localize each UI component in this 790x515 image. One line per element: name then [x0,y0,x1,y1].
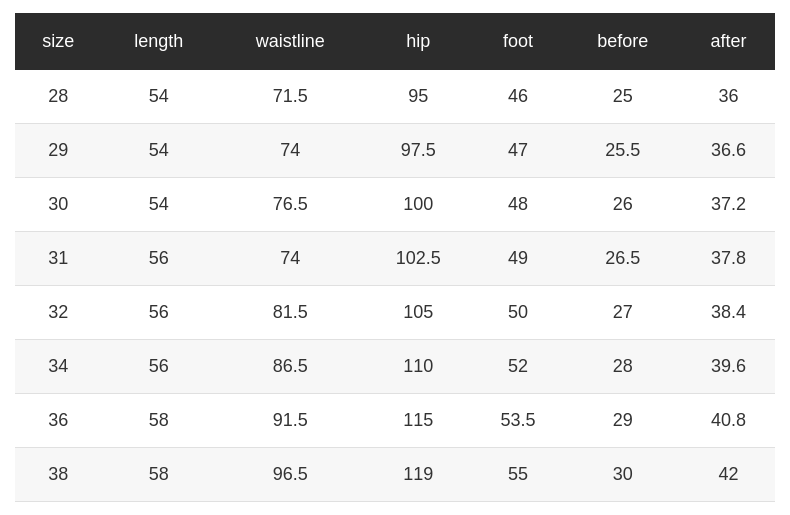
cell-r0-c3: 95 [364,70,472,124]
cell-r7-c3: 119 [364,448,472,502]
cell-r0-c6: 36 [682,70,775,124]
table-row: 285471.595462536 [15,70,775,124]
cell-r2-c2: 76.5 [216,178,364,232]
cell-r6-c0: 36 [15,394,101,448]
cell-r4-c5: 27 [564,286,682,340]
cell-r2-c5: 26 [564,178,682,232]
cell-r4-c0: 32 [15,286,101,340]
table-row: 385896.5119553042 [15,448,775,502]
cell-r4-c3: 105 [364,286,472,340]
cell-r3-c3: 102.5 [364,232,472,286]
cell-r0-c5: 25 [564,70,682,124]
header-before: before [564,13,682,70]
cell-r5-c5: 28 [564,340,682,394]
cell-r7-c4: 55 [472,448,563,502]
cell-r1-c6: 36.6 [682,124,775,178]
cell-r6-c4: 53.5 [472,394,563,448]
cell-r0-c4: 46 [472,70,563,124]
cell-r3-c2: 74 [216,232,364,286]
cell-r6-c3: 115 [364,394,472,448]
cell-r4-c1: 56 [101,286,216,340]
table-header: sizelengthwaistlinehipfootbeforeafter [15,13,775,70]
size-chart-table: sizelengthwaistlinehipfootbeforeafter 28… [15,13,775,502]
cell-r5-c6: 39.6 [682,340,775,394]
table-body: 285471.59546253629547497.54725.536.63054… [15,70,775,502]
cell-r4-c6: 38.4 [682,286,775,340]
cell-r0-c0: 28 [15,70,101,124]
header-row: sizelengthwaistlinehipfootbeforeafter [15,13,775,70]
cell-r7-c0: 38 [15,448,101,502]
cell-r3-c0: 31 [15,232,101,286]
cell-r1-c1: 54 [101,124,216,178]
cell-r4-c4: 50 [472,286,563,340]
cell-r2-c6: 37.2 [682,178,775,232]
cell-r1-c4: 47 [472,124,563,178]
cell-r3-c5: 26.5 [564,232,682,286]
header-hip: hip [364,13,472,70]
cell-r1-c2: 74 [216,124,364,178]
cell-r5-c3: 110 [364,340,472,394]
cell-r7-c2: 96.5 [216,448,364,502]
cell-r7-c6: 42 [682,448,775,502]
cell-r1-c3: 97.5 [364,124,472,178]
cell-r5-c0: 34 [15,340,101,394]
header-waistline: waistline [216,13,364,70]
cell-r5-c1: 56 [101,340,216,394]
table-row: 345686.5110522839.6 [15,340,775,394]
cell-r3-c4: 49 [472,232,563,286]
cell-r6-c5: 29 [564,394,682,448]
cell-r6-c6: 40.8 [682,394,775,448]
table-row: 365891.511553.52940.8 [15,394,775,448]
cell-r0-c2: 71.5 [216,70,364,124]
cell-r7-c1: 58 [101,448,216,502]
table-container: sizelengthwaistlinehipfootbeforeafter 28… [15,13,775,502]
header-length: length [101,13,216,70]
cell-r1-c0: 29 [15,124,101,178]
header-after: after [682,13,775,70]
cell-r2-c3: 100 [364,178,472,232]
cell-r5-c2: 86.5 [216,340,364,394]
cell-r6-c2: 91.5 [216,394,364,448]
table-row: 315674102.54926.537.8 [15,232,775,286]
header-size: size [15,13,101,70]
cell-r0-c1: 54 [101,70,216,124]
cell-r2-c4: 48 [472,178,563,232]
cell-r4-c2: 81.5 [216,286,364,340]
table-row: 325681.5105502738.4 [15,286,775,340]
cell-r2-c0: 30 [15,178,101,232]
cell-r6-c1: 58 [101,394,216,448]
table-row: 29547497.54725.536.6 [15,124,775,178]
cell-r3-c6: 37.8 [682,232,775,286]
cell-r1-c5: 25.5 [564,124,682,178]
cell-r7-c5: 30 [564,448,682,502]
cell-r5-c4: 52 [472,340,563,394]
header-foot: foot [472,13,563,70]
cell-r2-c1: 54 [101,178,216,232]
table-row: 305476.5100482637.2 [15,178,775,232]
cell-r3-c1: 56 [101,232,216,286]
